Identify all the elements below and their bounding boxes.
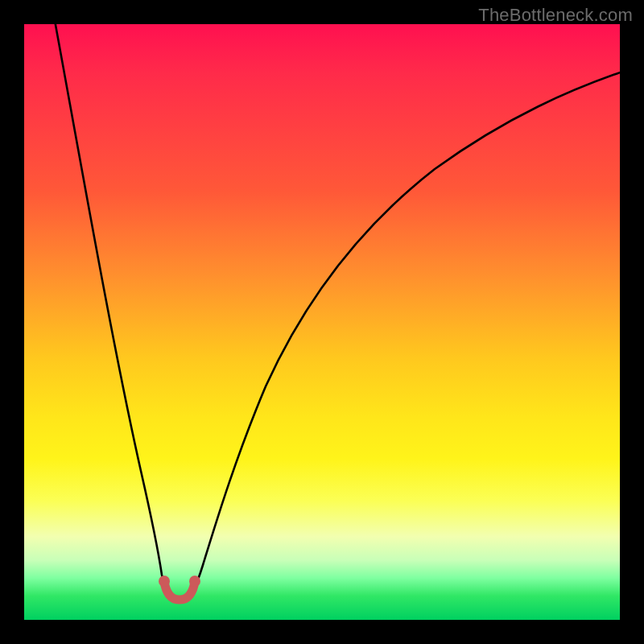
- watermark-text: TheBottleneck.com: [478, 5, 633, 26]
- heat-gradient-background: [24, 24, 620, 620]
- chart-container: TheBottleneck.com: [0, 0, 644, 644]
- plot-area: [24, 24, 620, 620]
